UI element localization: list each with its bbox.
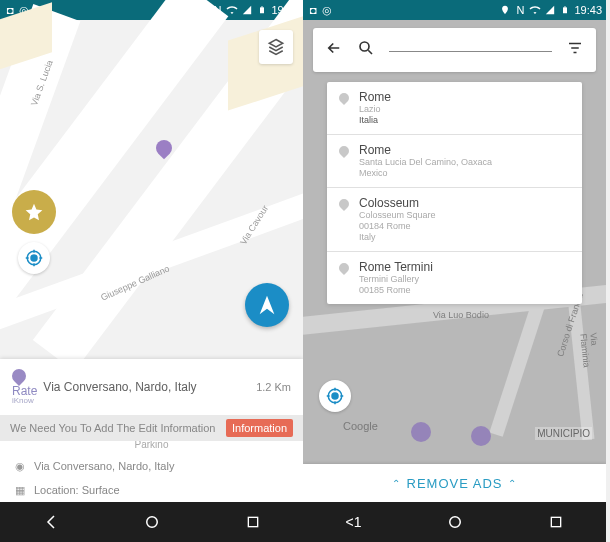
camera-icon: ◎: [321, 4, 333, 16]
iknow-label: iKnow: [12, 397, 34, 405]
place-distance: 1.2 Km: [256, 381, 291, 393]
pin-icon: [9, 366, 29, 386]
android-nav-bar: [0, 502, 303, 542]
android-nav-bar: <1: [303, 502, 606, 542]
info-banner: We Need You To Add The Edit Information …: [0, 415, 303, 441]
svg-rect-5: [248, 517, 257, 526]
back-button[interactable]: [21, 502, 81, 542]
info-address: Via Conversano, Nardo, Italy: [34, 460, 174, 472]
information-button[interactable]: Information: [226, 419, 293, 437]
place-card[interactable]: Rate iKnow Via Conversano, Nardo, Italy …: [0, 359, 303, 502]
result-item[interactable]: Rome Lazio Italia: [327, 82, 582, 135]
result-sub: 00184 Rome: [359, 221, 436, 232]
svg-point-11: [449, 517, 460, 528]
recent-button[interactable]: [223, 502, 283, 542]
result-sub: Santa Lucia Del Camino, Oaxaca: [359, 157, 492, 168]
nfc-icon: N: [514, 4, 526, 16]
back-button[interactable]: <1: [324, 502, 384, 542]
svg-point-9: [332, 393, 338, 399]
wifi-icon: [529, 4, 541, 16]
remove-ads-label: REMOVE ADS: [407, 476, 503, 491]
navigate-button[interactable]: [245, 283, 289, 327]
result-sub: Italia: [359, 115, 391, 126]
result-title: Colosseum: [359, 196, 436, 210]
result-item[interactable]: Rome Santa Lucia Del Camino, Oaxaca Mexi…: [327, 135, 582, 188]
svg-rect-1: [262, 6, 263, 7]
back-icon[interactable]: [325, 39, 343, 61]
screen-right: ◘ ◎ N 19:43 Via Luo Bodio Corso di Franc…: [303, 0, 606, 542]
favorites-button[interactable]: [12, 190, 56, 234]
home-button[interactable]: [122, 502, 182, 542]
result-sub: 00185 Rome: [359, 285, 433, 296]
svg-point-8: [360, 42, 369, 51]
screen-left: ◘ ◎ N 19:33 Via S. Lucia Giuseppe Gallia…: [0, 0, 303, 542]
filter-icon[interactable]: [566, 39, 584, 61]
home-button[interactable]: [425, 502, 485, 542]
map-marker-icon[interactable]: [471, 426, 491, 446]
result-sub: Lazio: [359, 104, 391, 115]
search-results: Rome Lazio Italia Rome Santa Lucia Del C…: [327, 82, 582, 304]
status-time: 19:43: [574, 4, 602, 16]
svg-rect-0: [260, 7, 264, 13]
info-address-row: ◉ Via Conversano, Nardo, Italy: [0, 454, 303, 478]
result-sub: Termini Gallery: [359, 274, 433, 285]
place-address: Via Conversano, Nardo, Italy: [43, 380, 256, 394]
result-sub: Italy: [359, 232, 436, 243]
info-location: Location: Surface: [34, 484, 120, 496]
signal-icon: [241, 4, 253, 16]
poi-label: MUNICIPIO: [535, 427, 592, 440]
result-title: Rome Termini: [359, 260, 433, 274]
result-item[interactable]: Rome Termini Termini Gallery 00185 Rome: [327, 252, 582, 304]
google-logo: Coogle: [343, 420, 378, 432]
my-location-button[interactable]: [319, 380, 351, 412]
pin-icon: [337, 144, 351, 158]
rate-block[interactable]: Rate iKnow: [12, 369, 37, 405]
recent-button[interactable]: [526, 502, 586, 542]
svg-point-4: [146, 517, 157, 528]
search-input[interactable]: [389, 48, 552, 52]
battery-icon: [559, 4, 571, 16]
banner-text: We Need You To Add The Edit Information: [10, 422, 226, 434]
layers-button[interactable]: [259, 30, 293, 64]
road-label: Via Flaminia: [578, 332, 601, 368]
location-icon: [499, 4, 511, 16]
result-sub: Mexico: [359, 168, 492, 179]
pin-icon: [337, 91, 351, 105]
svg-rect-7: [565, 6, 566, 7]
result-title: Rome: [359, 143, 492, 157]
result-item[interactable]: Colosseum Colosseum Square 00184 Rome It…: [327, 188, 582, 252]
card-header: Rate iKnow Via Conversano, Nardo, Italy …: [0, 359, 303, 415]
pin-icon: ◉: [14, 460, 26, 472]
svg-rect-12: [551, 517, 560, 526]
signal-icon: [544, 4, 556, 16]
info-location-row: ▦ Location: Surface: [0, 478, 303, 502]
location-icon: ▦: [14, 484, 26, 496]
battery-icon: [256, 4, 268, 16]
instagram-icon: ◘: [307, 4, 319, 16]
search-header: [313, 28, 596, 72]
chevron-up-icon: ⌃: [508, 478, 517, 489]
result-sub: Colosseum Square: [359, 210, 436, 221]
pin-icon: [337, 261, 351, 275]
road-label: Via Luo Bodio: [433, 310, 489, 320]
map-marker-icon[interactable]: [411, 422, 431, 442]
status-bar: ◘ ◎ N 19:43: [303, 0, 606, 20]
wifi-icon: [226, 4, 238, 16]
remove-ads-button[interactable]: ⌃ REMOVE ADS ⌃: [303, 464, 606, 502]
svg-point-2: [31, 255, 37, 261]
result-title: Rome: [359, 90, 391, 104]
chevron-up-icon: ⌃: [392, 478, 401, 489]
my-location-button[interactable]: [18, 242, 50, 274]
search-icon[interactable]: [357, 39, 375, 61]
svg-rect-6: [563, 7, 567, 13]
pin-icon: [337, 197, 351, 211]
